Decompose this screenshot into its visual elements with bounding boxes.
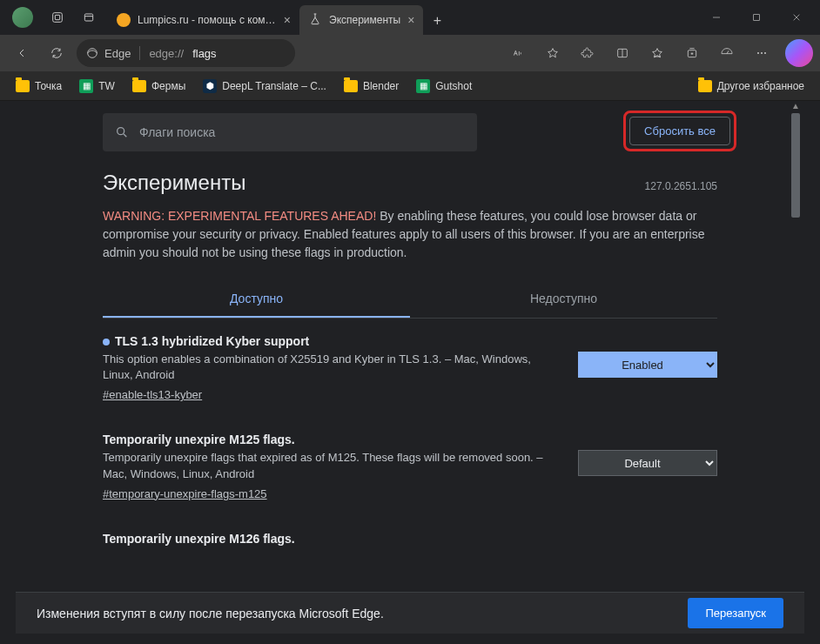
flag-title: TLS 1.3 hybridized Kyber support [103, 334, 561, 348]
favorites-icon[interactable] [642, 38, 672, 68]
flag-state-select[interactable]: Default [578, 450, 717, 476]
scrollbar[interactable]: ▲ [790, 101, 801, 592]
sheet-icon: ▦ [79, 79, 93, 93]
restart-footer: Изменения вступят в силу после перезапус… [16, 592, 804, 634]
warning-prefix: WARNING: EXPERIMENTAL FEATURES AHEAD! [103, 209, 376, 223]
divider [139, 46, 140, 60]
maximize-button[interactable] [736, 3, 776, 31]
reset-all-button[interactable]: Сбросить все [629, 117, 730, 145]
flag-desc: Temporarily unexpire flags that expired … [103, 450, 561, 481]
folder-icon [698, 80, 712, 92]
folder-icon [132, 80, 146, 92]
split-screen-icon[interactable] [608, 38, 637, 68]
search-icon [115, 125, 129, 139]
copilot-button[interactable] [785, 39, 813, 67]
bookmark-tochka[interactable]: Точка [9, 77, 69, 96]
address-bar[interactable]: Edge edge://flags [77, 39, 295, 67]
flag-state-select[interactable]: Enabled [578, 352, 717, 378]
flag-item: Temporarily unexpire M126 flags. [103, 516, 717, 561]
refresh-button[interactable] [42, 38, 71, 68]
footer-message: Изменения вступят в силу после перезапус… [37, 607, 384, 621]
folder-icon [16, 80, 30, 92]
sheet-icon: ▦ [416, 79, 430, 93]
page-title: Эксперименты [103, 171, 245, 195]
bookmark-deepl[interactable]: ⬢DeepL Translate – C... [196, 76, 333, 97]
bookmark-fermy[interactable]: Фермы [125, 77, 192, 96]
svg-rect-3 [754, 15, 760, 21]
more-menu-icon[interactable] [747, 38, 776, 68]
close-window-button[interactable] [776, 3, 817, 31]
scroll-up-icon[interactable]: ▲ [790, 101, 801, 111]
bookmark-tw[interactable]: ▦TW [72, 76, 122, 97]
url-path: flags [192, 47, 216, 60]
flask-icon [308, 12, 322, 29]
back-button[interactable] [7, 38, 37, 68]
profile-avatar[interactable] [12, 7, 33, 28]
svg-rect-2 [84, 14, 92, 21]
edge-icon [85, 46, 99, 60]
flag-title: Temporarily unexpire M125 flags. [103, 433, 561, 446]
tab-unavailable[interactable]: Недоступно [410, 281, 717, 318]
toolbar: Edge edge://flags [0, 35, 820, 71]
performance-icon[interactable] [712, 38, 742, 68]
tab-label: Эксперименты [329, 14, 400, 26]
flag-hash[interactable]: #temporary-unexpire-flags-m125 [103, 487, 561, 500]
version-label: 127.0.2651.105 [645, 180, 717, 192]
bookmarks-bar: Точка ▦TW Фермы ⬢DeepL Translate – C... … [0, 71, 820, 101]
browser-tabs: Lumpics.ru - помощь с компью × Экспериме… [108, 0, 696, 35]
tab-available[interactable]: Доступно [103, 281, 410, 318]
url-prefix: edge:// [149, 47, 184, 60]
bookmark-gutshot[interactable]: ▦Gutshot [409, 76, 479, 97]
edge-label: Edge [104, 47, 131, 60]
extensions-icon[interactable] [573, 38, 602, 68]
svg-point-8 [761, 52, 763, 54]
page-title-row: Эксперименты 127.0.2651.105 [103, 171, 717, 195]
bookmark-blender[interactable]: Blender [337, 77, 406, 96]
new-tab-button[interactable]: + [423, 7, 451, 35]
modified-dot-icon [103, 339, 110, 345]
close-tab-icon[interactable]: × [407, 13, 414, 27]
browser-tab-flags[interactable]: Эксперименты × [299, 5, 423, 35]
collections-icon[interactable] [677, 38, 707, 68]
svg-point-10 [118, 128, 124, 135]
titlebar: Lumpics.ru - помощь с компью × Экспериме… [0, 0, 820, 35]
svg-point-9 [764, 52, 766, 54]
flag-title: Temporarily unexpire M126 flags. [103, 532, 717, 546]
flag-desc: This option enables a combination of X25… [103, 352, 561, 383]
flag-item: TLS 1.3 hybridized Kyber support This op… [103, 319, 717, 417]
close-tab-icon[interactable]: × [284, 13, 291, 27]
scroll-thumb[interactable] [791, 113, 800, 218]
warning-text: WARNING: EXPERIMENTAL FEATURES AHEAD! By… [103, 207, 717, 262]
search-placeholder: Флаги поиска [139, 125, 215, 139]
favorite-star-icon[interactable] [538, 38, 568, 68]
window-controls [696, 3, 817, 31]
main-area: Эксперименты 127.0.2651.105 WARNING: EXP… [16, 164, 804, 561]
read-aloud-icon[interactable] [503, 38, 533, 68]
svg-point-4 [88, 49, 97, 58]
lumpics-favicon [117, 13, 131, 27]
tab-label: Lumpics.ru - помощь с компью [138, 14, 277, 26]
browser-tab-lumpics[interactable]: Lumpics.ru - помощь с компью × [108, 5, 299, 35]
flag-tabs: Доступно Недоступно [103, 281, 717, 319]
site-identity[interactable]: Edge [85, 46, 131, 60]
workspaces-icon[interactable] [42, 2, 73, 33]
minimize-button[interactable] [696, 3, 736, 31]
page-content: Флаги поиска Сбросить все Эксперименты 1… [16, 101, 804, 592]
bookmark-other[interactable]: Другое избранное [691, 77, 811, 96]
svg-point-7 [757, 52, 759, 54]
svg-rect-1 [55, 15, 59, 19]
tab-actions-icon[interactable] [73, 2, 104, 33]
flag-item: Temporarily unexpire M125 flags. Tempora… [103, 417, 717, 515]
search-input[interactable]: Флаги поиска [103, 113, 477, 151]
folder-icon [344, 80, 358, 92]
svg-rect-0 [53, 13, 63, 23]
flag-hash[interactable]: #enable-tls13-kyber [103, 388, 561, 401]
reset-highlight-box: Сбросить все [623, 111, 736, 151]
restart-button[interactable]: Перезапуск [688, 598, 783, 628]
deepl-icon: ⬢ [203, 79, 217, 93]
